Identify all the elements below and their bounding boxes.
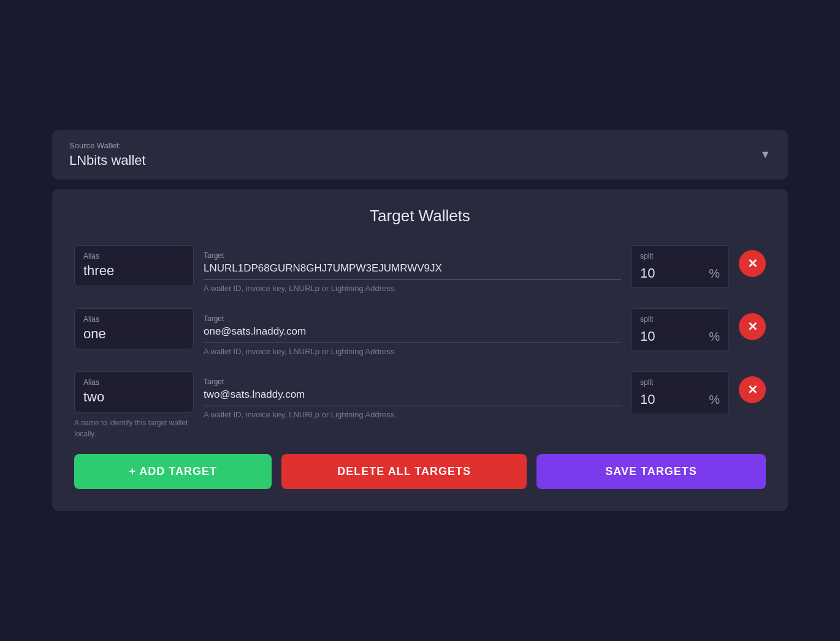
target-input-value-1: one@sats.lnaddy.com (204, 325, 621, 338)
dropdown-arrow-icon[interactable]: ▼ (760, 148, 771, 161)
target-input-label-1: Target (204, 314, 621, 323)
wallet-entry-2: Alias two A name to identify this target… (74, 371, 766, 439)
split-row-0: 10 % (640, 265, 720, 281)
alias-box-0: Alias three (74, 245, 194, 286)
split-label-2: split (640, 378, 720, 387)
delete-button-2[interactable]: ✕ (739, 376, 766, 403)
alias-box-1: Alias one (74, 308, 194, 349)
target-input-area-0: Target LNURL1DP68GURN8GHJ7UMPW3EJUMRWV9J… (204, 245, 621, 280)
target-box-1: Target one@sats.lnaddy.com A wallet ID, … (204, 308, 621, 356)
split-percent-1: % (709, 330, 720, 344)
split-row-2: 10 % (640, 392, 720, 408)
target-input-label-2: Target (204, 377, 621, 386)
wallet-row-2: Alias two A name to identify this target… (74, 371, 766, 439)
delete-button-1[interactable]: ✕ (739, 313, 766, 340)
split-box-1: split 10 % (631, 308, 729, 351)
bottom-actions: + ADD TARGET DELETE ALL TARGETS SAVE TAR… (74, 454, 766, 489)
main-container: Source Wallet: LNbits wallet ▼ Target Wa… (52, 130, 788, 510)
split-percent-2: % (709, 393, 720, 407)
source-wallet-label: Source Wallet: (69, 141, 146, 150)
alias-box-2: Alias two (74, 371, 194, 412)
alias-value-0: three (83, 263, 185, 279)
target-hint-0: A wallet ID, invoice key, LNURLp or Ligh… (204, 284, 621, 293)
split-label-1: split (640, 315, 720, 324)
source-wallet-card: Source Wallet: LNbits wallet ▼ (52, 130, 788, 180)
alias-label-1: Alias (83, 315, 185, 324)
alias-value-2: two (83, 389, 185, 405)
target-wallets-card: Target Wallets Alias three Target LNURL1… (52, 189, 788, 510)
split-value-0: 10 (640, 265, 704, 281)
split-label-0: split (640, 252, 720, 260)
target-input-area-2: Target two@sats.lnaddy.com (204, 371, 621, 406)
add-target-button[interactable]: + ADD TARGET (74, 454, 272, 489)
split-box-2: split 10 % (631, 371, 729, 414)
target-box-0: Target LNURL1DP68GURN8GHJ7UMPW3EJUMRWV9J… (204, 245, 621, 293)
alias-label-2: Alias (83, 378, 185, 387)
target-input-value-2: two@sats.lnaddy.com (204, 389, 621, 401)
target-hint-1: A wallet ID, invoice key, LNURLp or Ligh… (204, 347, 621, 356)
target-input-label-0: Target (204, 251, 621, 260)
wallet-row-0: Alias three Target LNURL1DP68GURN8GHJ7UM… (74, 245, 766, 293)
target-input-value-0: LNURL1DP68GURN8GHJ7UMPW3EJUMRWV9JX (204, 262, 621, 275)
split-percent-0: % (709, 267, 720, 281)
split-box-0: split 10 % (631, 245, 729, 288)
source-wallet-info: Source Wallet: LNbits wallet (69, 141, 146, 169)
target-input-area-1: Target one@sats.lnaddy.com (204, 308, 621, 343)
target-hint-2: A wallet ID, invoice key, LNURLp or Ligh… (204, 410, 621, 419)
target-box-2: Target two@sats.lnaddy.com A wallet ID, … (204, 371, 621, 419)
source-wallet-value: LNbits wallet (69, 153, 146, 169)
split-value-2: 10 (640, 392, 704, 408)
wallet-row-1: Alias one Target one@sats.lnaddy.com A w… (74, 308, 766, 356)
wallet-entry-0: Alias three Target LNURL1DP68GURN8GHJ7UM… (74, 245, 766, 293)
delete-all-targets-button[interactable]: DELETE ALL TARGETS (281, 454, 527, 489)
delete-button-0[interactable]: ✕ (739, 250, 766, 277)
target-wallets-title: Target Wallets (74, 207, 766, 226)
wallet-entry-1: Alias one Target one@sats.lnaddy.com A w… (74, 308, 766, 356)
alias-hint-2: A name to identify this target wallet lo… (74, 417, 194, 439)
alias-value-1: one (83, 326, 185, 342)
save-targets-button[interactable]: SAVE TARGETS (536, 454, 766, 489)
split-value-1: 10 (640, 328, 704, 344)
alias-label-0: Alias (83, 252, 185, 260)
split-row-1: 10 % (640, 328, 720, 344)
